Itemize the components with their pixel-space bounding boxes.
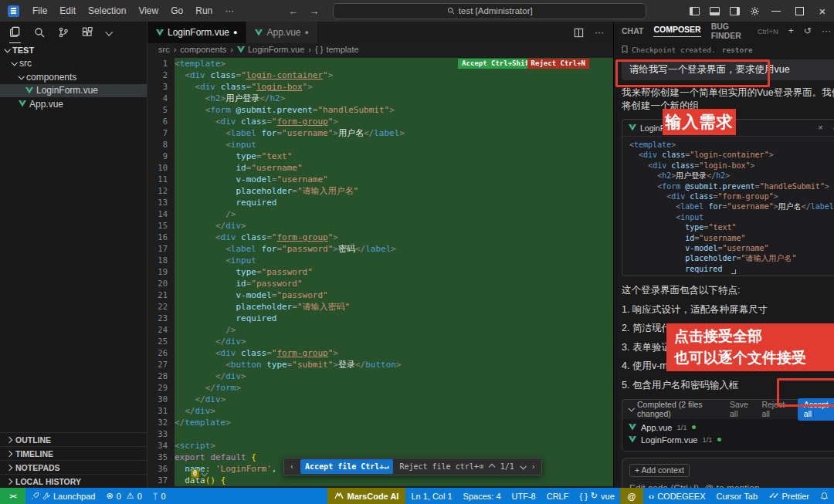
- section-outline[interactable]: OUTLINE: [0, 432, 147, 446]
- breadcrumb-item[interactable]: components: [180, 45, 226, 54]
- more-actions-icon[interactable]: ···: [595, 27, 604, 38]
- code-line[interactable]: 23 required: [147, 313, 613, 324]
- remote-indicator[interactable]: ><: [0, 488, 25, 504]
- gear-icon[interactable]: [744, 0, 764, 22]
- tab-app-vue[interactable]: App.vue●: [246, 22, 317, 43]
- search-view-icon[interactable]: [34, 22, 45, 43]
- code-line[interactable]: 27 <button type="submit">登录</button>: [147, 359, 613, 370]
- code-line[interactable]: 4 <h2>用户登录</h2>: [147, 93, 613, 104]
- code-line[interactable]: 15 </div>: [147, 220, 613, 232]
- tree-item-loginform-vue[interactable]: LoginForm.vue: [0, 84, 147, 98]
- tab-bug-finder[interactable]: BUG FINDER: [711, 22, 748, 40]
- code-line[interactable]: 16 <div class="form-group">: [147, 232, 613, 243]
- code-line[interactable]: 19 type="password": [147, 266, 613, 278]
- encoding-item[interactable]: UTF-8: [507, 488, 541, 504]
- changed-file-loginform-vue[interactable]: LoginForm.vue1/1: [629, 434, 834, 446]
- indentation-item[interactable]: Spaces: 4: [458, 488, 507, 504]
- code-line[interactable]: 22 placeholder="请输入密码": [147, 301, 613, 313]
- breadcrumb-item[interactable]: LoginForm.vue: [237, 45, 304, 54]
- preview-close-icon[interactable]: ×: [818, 123, 822, 133]
- code-line[interactable]: 8 <input: [147, 139, 613, 151]
- split-editor-icon[interactable]: [574, 28, 584, 38]
- code-line[interactable]: 32</template>: [147, 417, 613, 428]
- code-line[interactable]: 26 <div class="form-group">: [147, 347, 613, 359]
- cursor-position-item[interactable]: Ln 1, Col 1: [405, 488, 457, 504]
- command-search[interactable]: test [Administrator]: [333, 3, 646, 19]
- code-line[interactable]: 18 <input: [147, 255, 613, 266]
- eol-item[interactable]: CRLF: [541, 488, 575, 504]
- code-line[interactable]: 33: [147, 428, 613, 440]
- code-line[interactable]: 28 </div>: [147, 370, 613, 382]
- menu-item-selection[interactable]: Selection: [82, 5, 132, 16]
- code-line[interactable]: 37 data() {: [147, 475, 613, 486]
- codegeex-item[interactable]: ‹› CODEGEEX: [643, 488, 711, 504]
- code-line[interactable]: 2 <div class="login-container">: [147, 69, 613, 81]
- code-line[interactable]: 29 </form>: [147, 382, 613, 394]
- ports-item[interactable]: ᛉ0: [147, 488, 171, 504]
- breadcrumb-item[interactable]: { }template: [315, 45, 359, 54]
- code-line[interactable]: 10 id="username": [147, 162, 613, 174]
- code-line[interactable]: 3 <div class="login-box">: [147, 81, 613, 93]
- extensions-icon[interactable]: [82, 22, 93, 43]
- next-change-icon[interactable]: [520, 463, 526, 469]
- expand-code-icon[interactable]: [731, 269, 736, 274]
- section-timeline[interactable]: TIMELINE: [0, 446, 147, 460]
- menu-item-edit[interactable]: Edit: [53, 5, 82, 16]
- back-arrow-icon[interactable]: ←: [288, 5, 298, 17]
- tree-item-components[interactable]: components: [0, 70, 147, 84]
- code-line[interactable]: 9 type="text": [147, 151, 613, 162]
- menu-item-run[interactable]: Run: [189, 5, 219, 16]
- changed-file-app-vue[interactable]: App.vue1/1: [629, 421, 834, 434]
- maximize-button[interactable]: [788, 0, 811, 22]
- reject-file-button[interactable]: Reject file ctrl+⌫: [399, 461, 483, 472]
- launchpad-item[interactable]: Launchpad: [25, 488, 100, 504]
- menu-item-go[interactable]: Go: [164, 5, 189, 16]
- tree-item-src[interactable]: src: [0, 57, 147, 71]
- explorer-icon[interactable]: [9, 22, 21, 43]
- code-line[interactable]: 14 />: [147, 208, 613, 220]
- code-line[interactable]: 34<script>: [147, 440, 613, 452]
- tab-composer[interactable]: COMPOSER: [653, 25, 700, 37]
- code-line[interactable]: 13 required: [147, 197, 613, 208]
- cursor-tab-item[interactable]: Cursor Tab: [710, 488, 763, 504]
- section-notepads[interactable]: NOTEPADS: [0, 460, 147, 474]
- code-line[interactable]: 30 </div>: [147, 394, 613, 405]
- language-mode-item[interactable]: { } ↻ vue: [574, 488, 619, 504]
- code-line[interactable]: 31 </div>: [147, 405, 613, 417]
- reject-diff-button[interactable]: Reject Ctrl+N: [527, 59, 589, 69]
- prev-change-icon[interactable]: [489, 463, 495, 469]
- history-icon[interactable]: ↺: [804, 25, 812, 36]
- collapse-icon[interactable]: [628, 405, 634, 411]
- code-line[interactable]: 5 <form @submit.prevent="handleSubmit">: [147, 104, 613, 116]
- menu-item-view[interactable]: View: [132, 5, 164, 16]
- code-line[interactable]: 12 placeholder="请输入用户名": [147, 185, 613, 197]
- prev-file-icon[interactable]: ‹: [290, 461, 294, 472]
- tree-item-test[interactable]: TEST: [0, 43, 147, 57]
- toggle-panel-icon[interactable]: [704, 0, 724, 22]
- code-line[interactable]: 24 />: [147, 324, 613, 336]
- save-all-link[interactable]: Save all: [730, 400, 754, 418]
- restore-link[interactable]: restore: [722, 46, 753, 54]
- code-line[interactable]: 17 <label for="password">密码</label>: [147, 243, 613, 255]
- add-context-chip[interactable]: + Add context: [629, 464, 690, 477]
- close-button[interactable]: ×: [811, 0, 834, 22]
- code-line[interactable]: 21 v-model="password": [147, 289, 613, 301]
- inline-ai-icon[interactable]: @: [191, 469, 206, 478]
- section-local-history[interactable]: LOCAL HISTORY: [0, 474, 147, 488]
- notifications-bell-icon[interactable]: [815, 488, 834, 504]
- menu-item-···[interactable]: ···: [219, 5, 240, 16]
- tab-loginform-vue[interactable]: LoginForm.vue●: [147, 22, 246, 43]
- code-line[interactable]: 6 <div class="form-group">: [147, 116, 613, 127]
- code-line[interactable]: 7 <label for="username">用户名</label>: [147, 127, 613, 139]
- marscode-ai-item[interactable]: MarsCode AI: [327, 488, 406, 504]
- marscode-gold-icon[interactable]: @: [620, 488, 643, 504]
- toggle-secondary-sidebar-icon[interactable]: [724, 0, 744, 22]
- problems-item[interactable]: ⊗0 ⚠0: [100, 488, 147, 504]
- minimize-button[interactable]: —: [764, 0, 788, 22]
- source-control-icon[interactable]: [58, 22, 69, 43]
- toggle-sidebar-icon[interactable]: [684, 0, 704, 22]
- tab-chat[interactable]: CHAT: [622, 26, 643, 36]
- panel-more-icon[interactable]: ···: [822, 25, 831, 36]
- code-editor[interactable]: 1<template>2 <div class="login-container…: [147, 56, 613, 488]
- tree-item-app-vue[interactable]: App.vue: [0, 97, 147, 111]
